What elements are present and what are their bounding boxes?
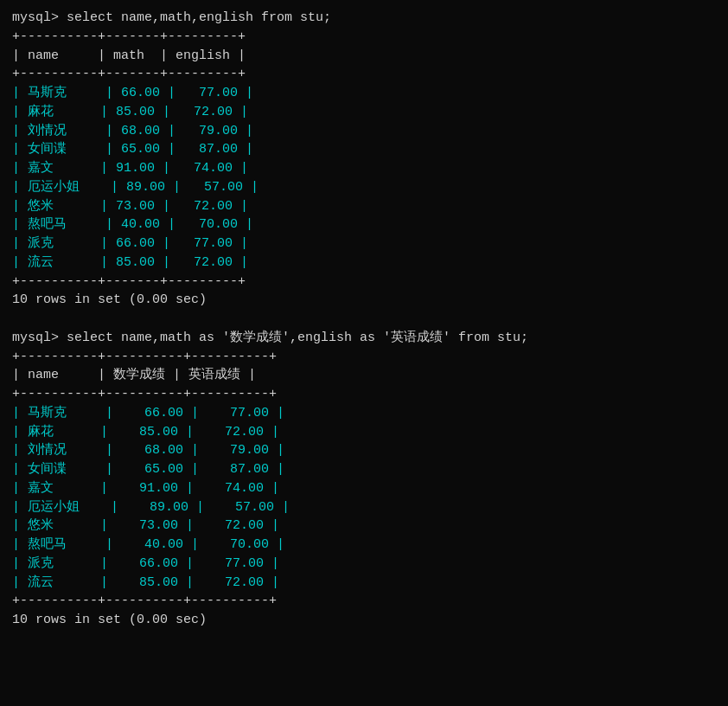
table1-header: | name | math | english |: [12, 47, 716, 66]
query1-prompt: mysql> select name,math,english from stu…: [12, 9, 716, 28]
terminal-window: mysql> select name,math,english from stu…: [12, 9, 716, 630]
table2-row: | 刘情况 | 68.00 | 79.00 |: [12, 441, 716, 460]
table2-row: | 嘉文 | 91.00 | 74.00 |: [12, 479, 716, 498]
table1-row: | 女间谍 | 65.00 | 87.00 |: [12, 140, 716, 159]
table1-wrapper: +----------+-------+---------+ | name | …: [12, 28, 716, 292]
table2-row: | 女间谍 | 65.00 | 87.00 |: [12, 460, 716, 479]
table2-row: | 流云 | 85.00 | 72.00 |: [12, 574, 716, 593]
table1-row: | 嘉文 | 91.00 | 74.00 |: [12, 159, 716, 178]
table1-body: | 马斯克 | 66.00 | 77.00 || 麻花 | 85.00 | 72…: [12, 84, 716, 273]
table2-row: | 马斯克 | 66.00 | 77.00 |: [12, 404, 716, 423]
table2-row: | 派克 | 66.00 | 77.00 |: [12, 555, 716, 574]
table1-row: | 厄运小姐 | 89.00 | 57.00 |: [12, 178, 716, 197]
table2-row: | 厄运小姐 | 89.00 | 57.00 |: [12, 498, 716, 517]
table1-bottom-border: +----------+-------+---------+: [12, 273, 716, 292]
table2-row: | 麻花 | 85.00 | 72.00 |: [12, 423, 716, 442]
table2-body: | 马斯克 | 66.00 | 77.00 || 麻花 | 85.00 | 72…: [12, 404, 716, 593]
query1-result: 10 rows in set (0.00 sec): [12, 291, 716, 310]
spacer1: [12, 310, 716, 329]
table1-row: | 派克 | 66.00 | 77.00 |: [12, 234, 716, 254]
table1-top-border: +----------+-------+---------+: [12, 28, 716, 47]
table2-header: | name | 数学成绩 | 英语成绩 |: [12, 366, 716, 385]
query2-prompt: mysql> select name,math as '数学成绩',englis…: [12, 329, 716, 348]
table1-header-border: +----------+-------+---------+: [12, 65, 716, 84]
table1-row: | 熬吧马 | 40.00 | 70.00 |: [12, 215, 716, 234]
table2-wrapper: +----------+----------+----------+ | nam…: [12, 348, 716, 612]
table2-header-border: +----------+----------+----------+: [12, 385, 716, 404]
table1-row: | 刘情况 | 68.00 | 79.00 |: [12, 122, 716, 141]
table2-top-border: +----------+----------+----------+: [12, 348, 716, 367]
table1-row: | 悠米 | 73.00 | 72.00 |: [12, 197, 716, 216]
table2-bottom-border: +----------+----------+----------+: [12, 592, 716, 611]
table1-row: | 麻花 | 85.00 | 72.00 |: [12, 103, 716, 122]
query2-result: 10 rows in set (0.00 sec): [12, 611, 716, 630]
table1-row: | 流云 | 85.00 | 72.00 |: [12, 254, 716, 273]
table2-row: | 悠米 | 73.00 | 72.00 |: [12, 517, 716, 536]
table2-row: | 熬吧马 | 40.00 | 70.00 |: [12, 536, 716, 555]
table1-row: | 马斯克 | 66.00 | 77.00 |: [12, 84, 716, 103]
